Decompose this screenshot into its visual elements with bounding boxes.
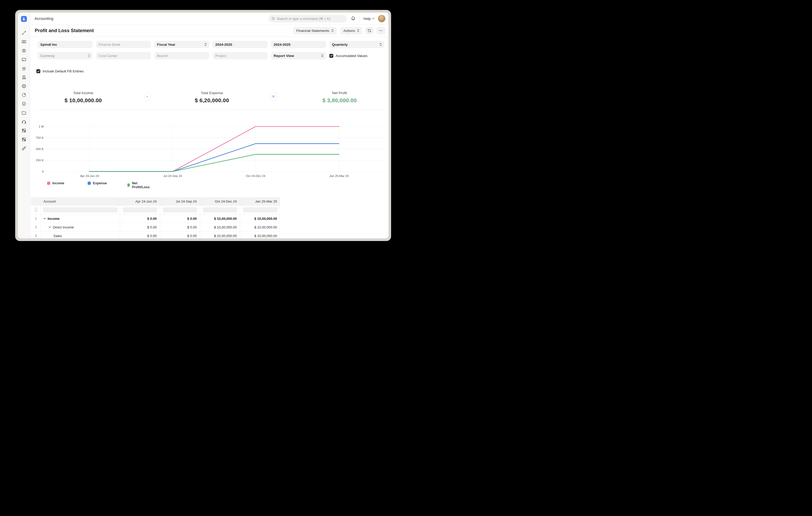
- shield-check-icon[interactable]: [21, 101, 26, 107]
- bell-icon: [351, 16, 356, 21]
- shopping-bag-icon[interactable]: [21, 66, 26, 71]
- company-value: Spindl Inc: [40, 42, 57, 47]
- report-view-select[interactable]: Report View: [271, 52, 326, 59]
- headset-icon[interactable]: [21, 119, 26, 124]
- tools-icon[interactable]: [21, 30, 26, 35]
- filters-row-2: Currency Cost Center Branch Project Repo…: [38, 52, 384, 59]
- legend-swatch: [47, 182, 50, 185]
- credit-card-icon[interactable]: [21, 57, 26, 62]
- cell-value: $ 10,00,000.00: [240, 223, 280, 231]
- net-profit-value: $ 3,80,000.00: [300, 97, 379, 103]
- total-expense-stat: Total Expense $ 6,20,000.00: [173, 91, 251, 103]
- net-profit-stat: Net Profit $ 3,80,000.00: [300, 91, 379, 103]
- report-view-label: Report View: [273, 54, 294, 58]
- plug-icon[interactable]: [21, 146, 26, 151]
- legend-label: Income: [52, 181, 64, 185]
- currency-label: Currency: [40, 54, 55, 58]
- global-search[interactable]: [268, 15, 347, 23]
- project-filter[interactable]: Project: [213, 52, 268, 59]
- include-default-fb-checkbox[interactable]: Include Default FB Entries: [36, 69, 84, 73]
- package-icon[interactable]: [21, 83, 26, 89]
- topbar: Accounting Help: [30, 12, 388, 25]
- pie-chart-icon[interactable]: [21, 92, 26, 97]
- legend-item-expense: Expense: [88, 181, 107, 185]
- report-group-select[interactable]: Financial Statements: [293, 27, 337, 34]
- to-fiscal-year-filter[interactable]: 2024-2025: [271, 41, 326, 48]
- search-input[interactable]: [277, 17, 344, 21]
- filters-row-1: Spindl Inc Finance Book Fiscal Year 2024…: [38, 41, 384, 48]
- periodicity-value: Quarterly: [332, 42, 348, 47]
- column-filter-input[interactable]: [243, 207, 278, 213]
- include-default-fb-label: Include Default FB Entries: [42, 69, 84, 73]
- svg-text:Jan 25-Mar 25: Jan 25-Mar 25: [329, 174, 349, 178]
- periodicity-select[interactable]: Quarterly: [329, 41, 384, 48]
- column-filter-input[interactable]: [123, 207, 157, 213]
- period-basis-select[interactable]: Fiscal Year: [154, 41, 209, 48]
- table-row[interactable]: 3 Sales $ 0.00 $ 0.00 $ 10,00,000.00 $ 1…: [31, 232, 280, 238]
- cell-value: $ 10,00,000.00: [200, 223, 240, 231]
- app-logo[interactable]: [21, 16, 27, 22]
- cell-value: $ 10,00,000.00: [200, 232, 240, 238]
- profit-loss-chart: 1 M750 K500 K250 K0Apr 24-Jun 24Jul 24-S…: [35, 123, 388, 179]
- svg-text:1 M: 1 M: [39, 125, 44, 128]
- accumulated-values-checkbox[interactable]: Accumulated Values: [329, 52, 384, 59]
- column-filter-input[interactable]: [34, 207, 38, 213]
- search-icon: [271, 17, 275, 20]
- app-frame: Accounting Help: [18, 12, 388, 238]
- legend-label: Net Profit/Loss: [132, 181, 150, 189]
- section-divider: [35, 110, 388, 110]
- help-menu[interactable]: Help: [364, 17, 374, 21]
- account-name: Income: [48, 217, 60, 221]
- select-updown-icon: [321, 54, 323, 57]
- page-toolbar: Financial Statements Actions: [293, 27, 385, 34]
- ellipsis-icon: [379, 29, 383, 33]
- table-row[interactable]: 1 Income $ 0.00 $ 0.00 $ 10,00,000.00 $ …: [31, 214, 280, 223]
- column-filter-input[interactable]: [163, 207, 197, 213]
- company-filter[interactable]: Spindl Inc: [38, 41, 93, 48]
- minus-operator-pill: -: [144, 92, 150, 101]
- user-avatar[interactable]: [378, 15, 385, 22]
- report-table: Account Apr 24-Jun 24 Jul 24-Sep 24 Oct …: [31, 198, 280, 238]
- equals-operator-pill: =: [270, 92, 277, 101]
- toggles-alt-icon[interactable]: [21, 137, 26, 142]
- row-number: 2: [31, 223, 41, 231]
- notifications-button[interactable]: [351, 16, 356, 21]
- table-filter-row: [31, 206, 280, 214]
- svg-text:250 K: 250 K: [36, 159, 44, 162]
- cash-icon[interactable]: [21, 39, 26, 44]
- branch-filter[interactable]: Branch: [154, 52, 209, 59]
- cell-value: $ 0.00: [120, 214, 160, 223]
- project-placeholder: Project: [215, 54, 226, 58]
- finance-book-filter[interactable]: Finance Book: [96, 41, 151, 48]
- cost-center-filter[interactable]: Cost Center: [96, 52, 151, 59]
- refresh-button[interactable]: [365, 27, 374, 34]
- column-header-q4: Jan 25-Mar 25: [240, 198, 280, 205]
- topbar-actions: Help: [268, 15, 385, 23]
- from-fiscal-year-filter[interactable]: 2024-2025: [213, 41, 268, 48]
- main-area: Accounting Help: [30, 12, 388, 238]
- column-filter-input[interactable]: [43, 207, 118, 213]
- more-options-button[interactable]: [376, 27, 385, 34]
- expand-chevron-icon[interactable]: [44, 218, 46, 219]
- actions-menu-button[interactable]: Actions: [340, 27, 362, 34]
- cash-register-icon[interactable]: [21, 48, 26, 53]
- column-filter-input[interactable]: [203, 207, 237, 213]
- table-header-row: Account Apr 24-Jun 24 Jul 24-Sep 24 Oct …: [31, 198, 280, 206]
- expand-chevron-icon[interactable]: [49, 226, 51, 228]
- table-row[interactable]: 2 Direct Income $ 0.00 $ 0.00 $ 10,00,00…: [31, 223, 280, 232]
- column-header-q3: Oct 24-Dec 24: [200, 198, 240, 205]
- legend-item-income: Income: [47, 181, 64, 185]
- building-icon[interactable]: [21, 74, 26, 80]
- currency-select[interactable]: Currency: [38, 52, 93, 59]
- folder-icon[interactable]: [21, 110, 26, 115]
- total-expense-label: Total Expense: [173, 91, 251, 95]
- column-header-account: Account: [41, 198, 120, 205]
- sidebar-nav: [21, 30, 26, 151]
- to-year-value: 2024-2025: [273, 42, 291, 47]
- cell-value: $ 0.00: [160, 214, 200, 223]
- total-income-stat: Total Income $ 10,00,000.00: [44, 91, 122, 103]
- toggles-icon[interactable]: [21, 128, 26, 133]
- sidebar: [18, 12, 30, 238]
- page-title: Profit and Loss Statement: [35, 28, 94, 33]
- svg-text:0: 0: [42, 170, 44, 173]
